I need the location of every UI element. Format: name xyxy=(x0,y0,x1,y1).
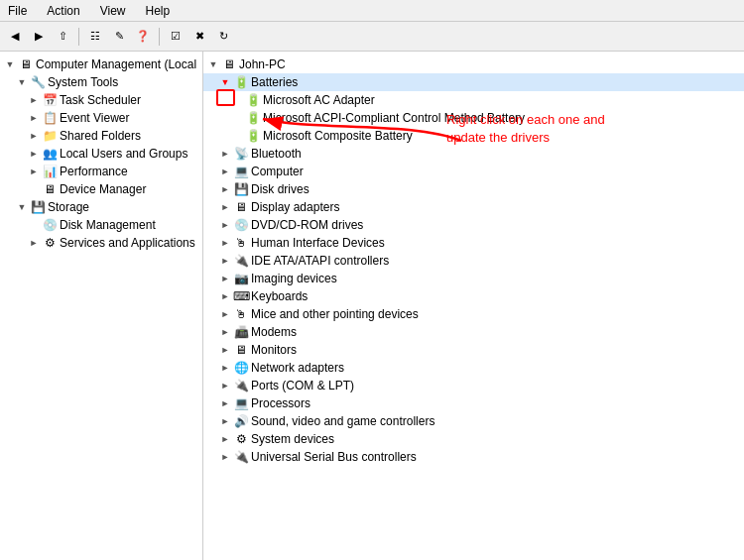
properties-btn[interactable]: ✎ xyxy=(108,26,130,48)
modems-icon: 📠 xyxy=(233,324,249,340)
monitors-expand[interactable]: ► xyxy=(219,344,231,356)
performance-node[interactable]: ► 📊 Performance xyxy=(0,163,202,180)
processors-icon: 💻 xyxy=(233,395,249,411)
ports-node[interactable]: ► 🔌 Ports (COM & LPT) xyxy=(203,377,744,394)
imaging-node[interactable]: ► 📷 Imaging devices xyxy=(203,270,744,287)
mice-label: Mice and other pointing devices xyxy=(251,307,419,321)
batteries-node[interactable]: ▼ 🔋 Batteries xyxy=(203,73,744,91)
bluetooth-expand[interactable]: ► xyxy=(219,148,231,160)
shared-folders-expand[interactable]: ► xyxy=(28,130,40,142)
john-pc-node[interactable]: ▼ 🖥 John-PC xyxy=(203,56,744,73)
network-label: Network adapters xyxy=(251,361,344,375)
ms-acpi-label: Microsoft ACPI-Compliant Control Method … xyxy=(263,111,525,125)
batteries-label: Batteries xyxy=(251,75,298,89)
mice-expand[interactable]: ► xyxy=(219,308,231,320)
display-adapters-icon: 🖥 xyxy=(233,199,249,215)
local-users-expand[interactable]: ► xyxy=(28,148,40,160)
refresh-btn[interactable]: ↻ xyxy=(212,26,234,48)
batteries-icon: 🔋 xyxy=(233,74,249,90)
sound-expand[interactable]: ► xyxy=(219,415,231,427)
toolbar-sep-1 xyxy=(78,28,79,46)
ms-acpi-node[interactable]: 🔋 Microsoft ACPI-Compliant Control Metho… xyxy=(203,109,744,127)
network-node[interactable]: ► 🌐 Network adapters xyxy=(203,359,744,377)
ports-label: Ports (COM & LPT) xyxy=(251,379,354,392)
monitors-icon: 🖥 xyxy=(233,342,249,358)
keyboards-node[interactable]: ► ⌨ Keyboards xyxy=(203,287,744,305)
dvd-icon: 💿 xyxy=(233,217,249,233)
forward-button[interactable]: ▶ xyxy=(28,26,50,48)
display-adapters-expand[interactable]: ► xyxy=(219,201,231,213)
dvd-node[interactable]: ► 💿 DVD/CD-ROM drives xyxy=(203,216,744,234)
up-button[interactable]: ⇧ xyxy=(52,26,73,48)
ide-expand[interactable]: ► xyxy=(219,255,231,267)
system-devices-label: System devices xyxy=(251,432,334,446)
bluetooth-node[interactable]: ► 📡 Bluetooth xyxy=(203,145,744,163)
keyboards-expand[interactable]: ► xyxy=(219,290,231,302)
local-users-node[interactable]: ► 👥 Local Users and Groups xyxy=(0,145,202,163)
batteries-expand[interactable]: ▼ xyxy=(219,76,231,88)
services-apps-node[interactable]: ► ⚙ Services and Applications xyxy=(0,234,202,252)
disk-management-node[interactable]: ► 💿 Disk Management xyxy=(0,216,202,234)
usb-expand[interactable]: ► xyxy=(219,451,231,463)
bluetooth-label: Bluetooth xyxy=(251,147,302,161)
monitors-label: Monitors xyxy=(251,343,297,357)
imaging-icon: 📷 xyxy=(233,271,249,286)
ms-composite-icon: 🔋 xyxy=(245,128,261,144)
disk-drives-node[interactable]: ► 💾 Disk drives xyxy=(203,180,744,198)
storage-expand[interactable]: ▼ xyxy=(16,201,28,213)
ms-composite-node[interactable]: 🔋 Microsoft Composite Battery xyxy=(203,127,744,145)
device-manager-node[interactable]: ► 🖥 Device Manager xyxy=(0,180,202,198)
system-tools-node[interactable]: ▼ 🔧 System Tools xyxy=(0,73,202,91)
computer-expand[interactable]: ► xyxy=(219,166,231,177)
ide-node[interactable]: ► 🔌 IDE ATA/ATAPI controllers xyxy=(203,252,744,270)
performance-label: Performance xyxy=(60,165,128,178)
menu-file[interactable]: File xyxy=(4,2,31,20)
task-scheduler-node[interactable]: ► 📅 Task Scheduler xyxy=(0,91,202,109)
task-scheduler-expand[interactable]: ► xyxy=(28,94,40,106)
system-devices-expand[interactable]: ► xyxy=(219,433,231,445)
back-button[interactable]: ◀ xyxy=(4,26,26,48)
event-viewer-expand[interactable]: ► xyxy=(28,112,40,124)
hid-node[interactable]: ► 🖱 Human Interface Devices xyxy=(203,234,744,252)
system-tools-expand[interactable]: ▼ xyxy=(16,76,28,88)
ports-expand[interactable]: ► xyxy=(219,380,231,392)
services-apps-expand[interactable]: ► xyxy=(28,237,40,249)
menu-action[interactable]: Action xyxy=(43,2,83,20)
ms-ac-adapter-icon: 🔋 xyxy=(245,92,261,108)
menu-view[interactable]: View xyxy=(96,2,130,20)
delete-btn[interactable]: ✖ xyxy=(188,26,210,48)
keyboards-icon: ⌨ xyxy=(233,288,249,304)
network-expand[interactable]: ► xyxy=(219,362,231,374)
shared-folders-node[interactable]: ► 📁 Shared Folders xyxy=(0,127,202,145)
main-container: ▼ 🖥 Computer Management (Local ▼ 🔧 Syste… xyxy=(0,52,744,560)
display-adapters-node[interactable]: ► 🖥 Display adapters xyxy=(203,198,744,216)
modems-node[interactable]: ► 📠 Modems xyxy=(203,323,744,341)
monitors-node[interactable]: ► 🖥 Monitors xyxy=(203,341,744,359)
performance-expand[interactable]: ► xyxy=(28,166,40,177)
hid-expand[interactable]: ► xyxy=(219,237,231,249)
dvd-expand[interactable]: ► xyxy=(219,219,231,231)
ms-ac-adapter-node[interactable]: 🔋 Microsoft AC Adapter xyxy=(203,91,744,109)
new-btn[interactable]: ☑ xyxy=(165,26,186,48)
processors-node[interactable]: ► 💻 Processors xyxy=(203,394,744,412)
storage-node[interactable]: ▼ 💾 Storage xyxy=(0,198,202,216)
mice-node[interactable]: ► 🖱 Mice and other pointing devices xyxy=(203,305,744,323)
task-scheduler-label: Task Scheduler xyxy=(60,93,141,107)
root-expand[interactable]: ▼ xyxy=(4,58,16,70)
sound-node[interactable]: ► 🔊 Sound, video and game controllers xyxy=(203,412,744,430)
menu-help[interactable]: Help xyxy=(142,2,175,20)
root-node[interactable]: ▼ 🖥 Computer Management (Local xyxy=(0,56,202,73)
computer-node[interactable]: ► 💻 Computer xyxy=(203,163,744,180)
disk-drives-expand[interactable]: ► xyxy=(219,183,231,195)
usb-node[interactable]: ► 🔌 Universal Serial Bus controllers xyxy=(203,448,744,466)
show-hide-btn[interactable]: ☷ xyxy=(84,26,106,48)
john-pc-expand[interactable]: ▼ xyxy=(207,58,219,70)
event-viewer-label: Event Viewer xyxy=(60,111,129,125)
processors-expand[interactable]: ► xyxy=(219,397,231,409)
system-devices-node[interactable]: ► ⚙ System devices xyxy=(203,430,744,448)
event-viewer-node[interactable]: ► 📋 Event Viewer xyxy=(0,109,202,127)
imaging-expand[interactable]: ► xyxy=(219,273,231,284)
help-btn[interactable]: ❓ xyxy=(132,26,154,48)
disk-drives-label: Disk drives xyxy=(251,182,310,196)
modems-expand[interactable]: ► xyxy=(219,326,231,338)
